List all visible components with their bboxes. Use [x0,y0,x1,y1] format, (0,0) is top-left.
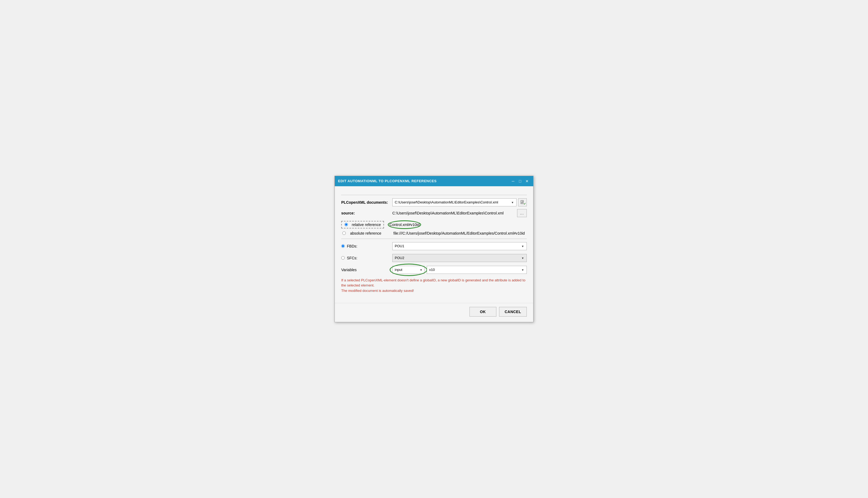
sfcs-label-area: SFCs: [341,256,392,260]
variables-type-wrapper: input ▼ [392,266,425,274]
relative-reference-row: relative reference Control.xml#v10id [341,221,527,228]
fbds-dropdown-container: POU1 ▼ [392,242,527,250]
variables-row: Variables input ▼ v10 ▼ [341,266,527,274]
source-label: source: [341,211,392,215]
source-value: C:\Users\josef\Desktop\AutomationML\Edit… [392,211,516,215]
variables-label-area: Variables [341,268,392,272]
ok-button[interactable]: OK [469,307,496,317]
warning-text: If a selected PLCopenXML-element doesn't… [341,278,527,293]
variables-value-container: v10 ▼ [427,266,527,274]
plcopenxml-label: PLCopenXML documents: [341,200,392,205]
close-button[interactable]: ✕ [524,178,530,184]
variables-type-select[interactable]: input [392,266,425,274]
plcopenxml-select[interactable]: C:\Users\josef\Desktop\AutomationML\Edit… [392,198,517,206]
title-bar: EDIT AUTOMATIONML TO PLCOPENXML REFERENC… [335,176,533,186]
relative-reference-group: relative reference [341,221,384,228]
sfcs-dropdown-container: POU2 ▼ [392,254,527,262]
sfcs-label: SFCs: [347,256,358,260]
absolute-reference-value: file:///C:/Users/josef/Desktop/Automatio… [393,231,527,235]
absolute-reference-radio[interactable] [342,232,346,235]
dialog-body: PLCopenXML documents: C:\Users\josef\Des… [335,186,533,303]
dialog-title: EDIT AUTOMATIONML TO PLCOPENXML REFERENC… [338,179,437,183]
source-input-group: C:\Users\josef\Desktop\AutomationML\Edit… [392,209,527,217]
fbds-radio[interactable] [341,244,345,248]
open-file-button[interactable]: ✔ [518,198,527,206]
fbds-label-area: FBDs: [341,244,392,248]
variables-value-select[interactable]: v10 [427,266,527,274]
reference-section: relative reference Control.xml#v10id abs… [341,221,527,235]
maximize-button[interactable]: □ [517,178,523,184]
minimize-button[interactable]: ─ [510,178,516,184]
source-browse-button[interactable]: ... [517,209,527,217]
sfcs-radio[interactable] [341,256,345,260]
fbds-row: FBDs: POU1 ▼ [341,242,527,250]
fbds-select[interactable]: POU1 [392,242,527,250]
relative-reference-value-wrap: Control.xml#v10id [389,223,527,227]
plcopenxml-dropdown-container: C:\Users\josef\Desktop\AutomationML\Edit… [392,198,517,206]
fbds-label: FBDs: [347,244,358,248]
title-bar-buttons: ─ □ ✕ [510,178,530,184]
variables-label: Variables [341,268,392,272]
sfcs-select[interactable]: POU2 [392,254,527,262]
cancel-button[interactable]: CANCEL [499,307,527,317]
dialog-window: EDIT AUTOMATIONML TO PLCOPENXML REFERENC… [335,176,533,323]
checkmark-icon: ✔ [523,202,526,206]
sfcs-row: SFCs: POU2 ▼ [341,254,527,262]
plcopenxml-input-group: C:\Users\josef\Desktop\AutomationML\Edit… [392,198,527,206]
source-row: source: C:\Users\josef\Desktop\Automatio… [341,209,527,217]
dialog-footer: OK CANCEL [335,303,533,322]
relative-reference-radio[interactable] [345,223,348,226]
relative-reference-value: Control.xml#v10id [389,223,419,227]
absolute-reference-row: absolute reference file:///C:/Users/jose… [341,231,527,235]
relative-reference-label: relative reference [352,223,381,227]
absolute-reference-label: absolute reference [350,231,381,235]
relative-reference-value-circle: Control.xml#v10id [389,223,419,227]
middle-separator [341,239,527,239]
plcopenxml-row: PLCopenXML documents: C:\Users\josef\Des… [341,198,527,206]
variables-selects: input ▼ v10 ▼ [392,266,527,274]
